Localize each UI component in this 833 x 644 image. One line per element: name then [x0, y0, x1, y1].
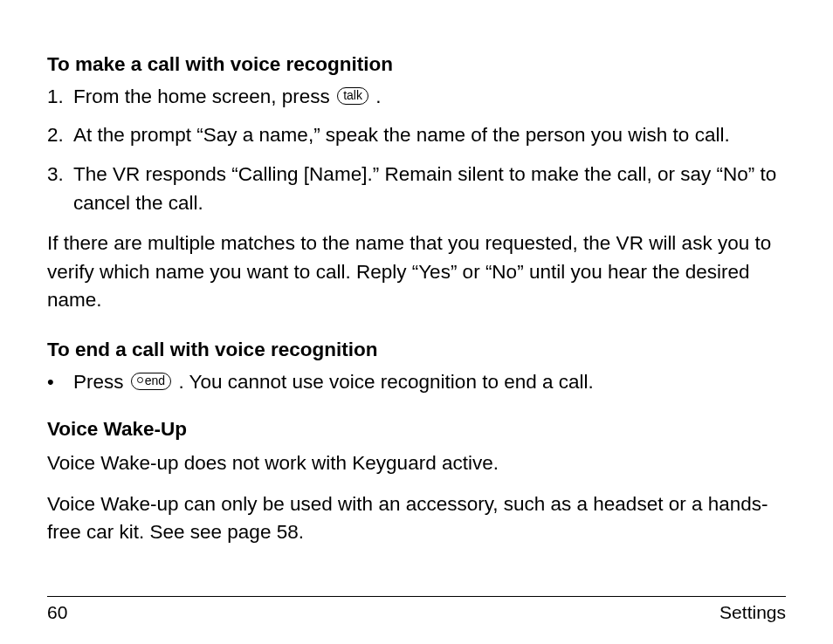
end-key-icon: end — [131, 373, 171, 390]
heading-end-call: To end a call with voice recognition — [47, 336, 786, 365]
step-1-text-pre: From the home screen, press — [73, 86, 335, 107]
section-name: Settings — [719, 602, 786, 623]
end-key-dot-icon — [137, 377, 143, 383]
end-key-label: end — [145, 373, 165, 387]
step-2: At the prompt “Say a name,” speak the na… — [47, 121, 786, 150]
step-3-text: The VR responds “Calling [Name].” Remain… — [73, 161, 786, 217]
page-footer: 60 Settings — [47, 596, 786, 623]
voice-wake-para-1: Voice Wake-up does not work with Keyguar… — [47, 449, 786, 478]
end-call-text-post: . You cannot use voice recognition to en… — [178, 371, 593, 393]
steps-list: From the home screen, press talk . At th… — [47, 83, 786, 218]
page-content: To make a call with voice recognition Fr… — [47, 51, 786, 547]
step-3: The VR responds “Calling [Name].” Remain… — [47, 161, 786, 217]
end-call-list: Press end . You cannot use voice recogni… — [47, 368, 786, 397]
step-1: From the home screen, press talk . — [47, 83, 786, 112]
heading-voice-wake: Voice Wake-Up — [47, 415, 786, 444]
page-number: 60 — [47, 602, 67, 623]
voice-wake-para-2: Voice Wake-up can only be used with an a… — [47, 490, 786, 547]
talk-key-icon: talk — [337, 87, 368, 105]
heading-make-call: To make a call with voice recognition — [47, 51, 786, 79]
step-1-text-post: . — [375, 86, 381, 107]
document-page: To make a call with voice recognition Fr… — [0, 0, 833, 644]
end-call-text-pre: Press — [73, 371, 129, 393]
step-2-text: At the prompt “Say a name,” speak the na… — [73, 121, 786, 150]
end-call-bullet: Press end . You cannot use voice recogni… — [47, 368, 786, 397]
paragraph-multiple-matches: If there are multiple matches to the nam… — [47, 230, 786, 315]
